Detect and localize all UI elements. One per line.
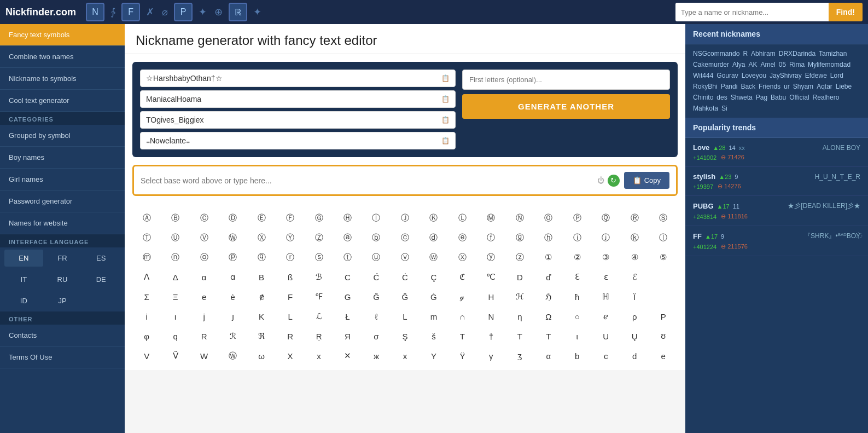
symbol-cell[interactable]: Ⓥ (190, 228, 218, 247)
symbol-cell[interactable]: ℬ (305, 267, 333, 287)
recent-nickname-tag[interactable]: Loveyou (742, 72, 766, 79)
symbol-cell[interactable]: G (333, 287, 362, 307)
symbol-cell[interactable]: ○ (563, 307, 591, 326)
symbol-cell[interactable]: ⓖ (505, 228, 534, 247)
symbol-cell[interactable]: Ŗ (305, 326, 333, 346)
symbol-cell[interactable]: ⓡ (276, 247, 304, 267)
symbol-cell[interactable]: ⓞ (190, 247, 218, 267)
recent-nickname-tag[interactable]: Liebe (836, 83, 852, 90)
symbol-cell[interactable]: ③ (592, 247, 620, 267)
recent-nickname-tag[interactable]: Abhiram (751, 50, 776, 57)
symbol-cell[interactable]: j (190, 307, 218, 326)
symbol-cell[interactable]: R (276, 326, 304, 346)
symbol-cell[interactable]: ħ (563, 287, 591, 307)
symbol-cell[interactable]: ℰ (620, 267, 649, 287)
recent-nickname-tag[interactable]: Amel (760, 61, 775, 68)
symbol-cell[interactable]: Ɛ (563, 267, 591, 287)
symbol-cell[interactable]: ℒ (305, 307, 333, 326)
symbol-cell[interactable]: d (620, 346, 649, 366)
sidebar-item-password[interactable]: Password generator (0, 190, 125, 212)
symbol-cell[interactable]: P (649, 307, 678, 326)
symbol-cell[interactable]: Я (333, 326, 362, 346)
recent-nickname-tag[interactable]: Chinito (693, 94, 713, 101)
symbol-cell[interactable]: ⓧ (448, 247, 476, 267)
symbol-cell[interactable]: Ⓢ (649, 208, 678, 228)
symbol-cell[interactable]: L (276, 307, 304, 326)
symbol-cell[interactable]: š (420, 326, 448, 346)
symbol-cell[interactable]: ω (247, 346, 276, 366)
nickname-item-3[interactable]: ₌Nowelante₌ 📋 (140, 132, 456, 149)
lang-id[interactable]: ID (4, 292, 43, 309)
symbol-cell[interactable]: D (505, 267, 534, 287)
symbol-cell[interactable]: W (190, 346, 218, 366)
sidebar-item-nickname-symbols[interactable]: Nickname to symbols (0, 68, 125, 90)
copy-button[interactable]: 📋 Copy (624, 172, 669, 189)
symbol-cell[interactable]: ⓤ (362, 247, 391, 267)
recent-nickname-tag[interactable]: Si (721, 105, 727, 112)
site-logo[interactable]: Nickfinder.com (5, 7, 76, 18)
symbol-cell[interactable]: Ⓛ (448, 208, 476, 228)
symbol-cell[interactable]: ʊ (649, 326, 678, 346)
lang-ru[interactable]: RU (43, 271, 82, 288)
symbol-cell[interactable]: Ⓣ (132, 228, 161, 247)
symbol-cell[interactable]: ℉ (305, 287, 333, 307)
symbol-cell[interactable]: T (505, 326, 534, 346)
lang-it[interactable]: IT (4, 271, 43, 288)
recent-nickname-tag[interactable]: Official (789, 94, 809, 101)
symbol-cell[interactable]: e (649, 346, 678, 366)
symbol-cell[interactable]: ② (563, 247, 591, 267)
symbol-cell[interactable]: V (132, 346, 161, 366)
editor-input[interactable] (141, 176, 593, 185)
symbol-cell[interactable]: Ⓔ (247, 208, 276, 228)
lang-jp[interactable]: JP (43, 292, 82, 309)
symbol-cell[interactable]: ⓣ (333, 247, 362, 267)
symbol-cell[interactable]: Ⓧ (247, 228, 276, 247)
generate-button[interactable]: GENERATE ANOTHER (462, 94, 670, 119)
symbol-cell[interactable]: ✕ (333, 346, 362, 366)
symbol-cell[interactable]: X (276, 346, 304, 366)
symbol-cell[interactable]: Ⓗ (333, 208, 362, 228)
symbol-cell[interactable]: Ć (362, 267, 391, 287)
trend-name[interactable]: stylish (693, 172, 715, 181)
symbol-cell[interactable]: φ (132, 326, 161, 346)
symbol-cell[interactable]: R (190, 326, 218, 346)
lang-fr[interactable]: FR (43, 250, 82, 267)
symbol-cell[interactable]: ⓝ (161, 247, 189, 267)
symbol-cell[interactable]: U (592, 326, 620, 346)
symbol-cell[interactable]: ⓩ (505, 247, 534, 267)
refresh-icon[interactable]: ↻ (608, 175, 620, 187)
symbol-cell[interactable]: ɑ (218, 267, 247, 287)
symbol-cell[interactable]: ɇ (247, 287, 276, 307)
symbol-cell[interactable]: ⑤ (649, 247, 678, 267)
symbol-cell[interactable]: ℌ (534, 287, 563, 307)
search-button[interactable]: Find! (829, 3, 863, 21)
recent-nickname-tag[interactable]: Rima (789, 61, 805, 68)
sidebar-item-contacts[interactable]: Contacts (0, 325, 125, 347)
symbol-cell[interactable]: Ⓝ (505, 208, 534, 228)
symbol-cell[interactable]: Ⓨ (276, 228, 304, 247)
clear-icon[interactable]: ⏻ (597, 176, 604, 184)
symbol-cell[interactable]: ė (218, 287, 247, 307)
recent-nickname-tag[interactable]: Aqtar (817, 83, 832, 90)
symbol-cell[interactable]: Ⓟ (563, 208, 591, 228)
symbol-cell[interactable]: Τ (534, 326, 563, 346)
trend-name[interactable]: Love (693, 143, 709, 152)
symbol-cell[interactable]: η (505, 307, 534, 326)
symbol-cell[interactable]: Ç (420, 267, 448, 287)
symbol-cell[interactable]: Ⓐ (132, 208, 161, 228)
symbol-cell[interactable]: C (333, 267, 362, 287)
symbol-cell[interactable]: ⓜ (132, 247, 161, 267)
sidebar-item-combine[interactable]: Combine two names (0, 46, 125, 68)
recent-nickname-tag[interactable]: Friends (759, 83, 780, 90)
recent-nickname-tag[interactable]: Pandi (721, 83, 738, 90)
sidebar-item-names-website[interactable]: Names for website (0, 212, 125, 234)
recent-nickname-tag[interactable]: Gourav (716, 72, 738, 79)
symbol-cell[interactable]: Ⓖ (305, 208, 333, 228)
symbol-cell[interactable]: Ⓑ (161, 208, 189, 228)
symbol-cell[interactable]: γ (477, 346, 505, 366)
search-input[interactable] (675, 3, 829, 21)
symbol-cell[interactable]: ⓘ (563, 228, 591, 247)
symbol-cell[interactable]: ℋ (505, 287, 534, 307)
symbol-cell[interactable]: ⓨ (477, 247, 505, 267)
symbol-cell[interactable]: ι (563, 326, 591, 346)
